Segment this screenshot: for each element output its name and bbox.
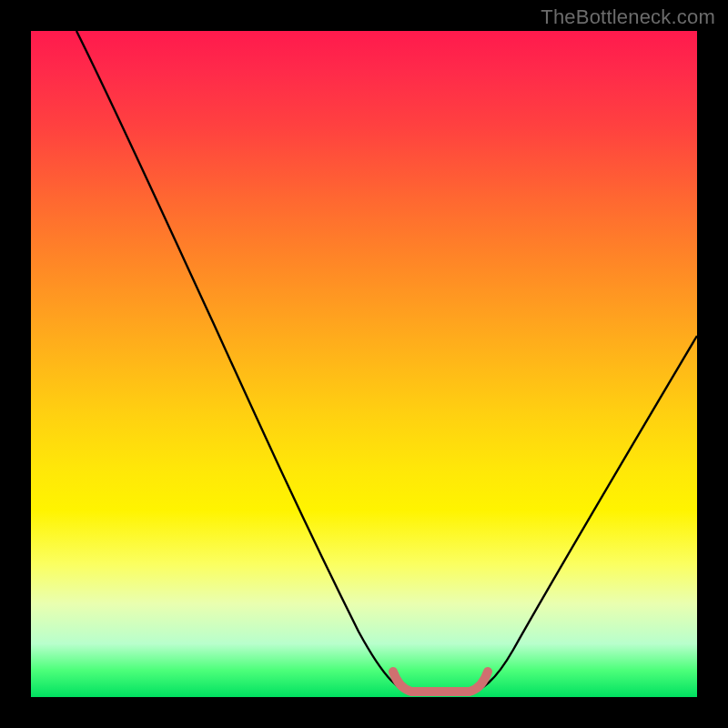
- curve-layer: [31, 31, 697, 697]
- chart-frame: TheBottleneck.com: [0, 0, 728, 728]
- optimal-marker: [393, 672, 488, 692]
- plot-area: [31, 31, 697, 697]
- bottleneck-curve: [76, 31, 697, 693]
- watermark-text: TheBottleneck.com: [541, 5, 715, 29]
